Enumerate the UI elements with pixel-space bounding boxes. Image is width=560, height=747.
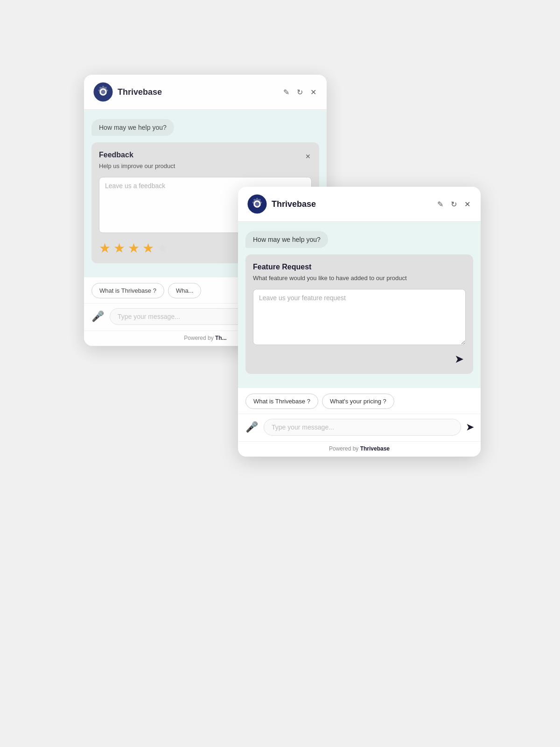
edit-button-front[interactable]: ✎ [436,199,444,210]
feature-request-widget: Thrivebase ✎ ↻ ✕ How may we help you? Fe… [238,187,481,457]
footer-front: Powered by Thrivebase [238,441,481,457]
widget-header-back: Thrivebase ✎ ↻ ✕ [84,75,327,110]
card-send-button[interactable]: ➤ [453,352,466,366]
brand-name-back: Thrivebase [118,87,278,97]
input-bar-front: 🎤 ➤ [238,414,481,441]
scene: Thrivebase ✎ ↻ ✕ How may we help you? Fe… [70,47,490,700]
brand-name-front: Thrivebase [272,199,432,209]
star-3[interactable]: ★ [128,240,140,256]
feature-request-card-subtitle: What feature would you like to have adde… [253,274,466,282]
star-2[interactable]: ★ [113,240,125,256]
header-icons-back: ✎ ↻ ✕ [282,87,317,98]
star-1[interactable]: ★ [99,240,111,256]
refresh-button-back[interactable]: ↻ [296,87,304,98]
brand-logo-front [247,194,267,214]
card-send-area: ➤ [253,352,466,366]
close-button-back[interactable]: ✕ [309,87,317,98]
close-button-front[interactable]: ✕ [463,199,471,210]
header-icons-front: ✎ ↻ ✕ [436,199,471,210]
feature-request-textarea[interactable] [253,289,466,345]
feedback-card-title: Feedback [99,151,133,159]
edit-button-back[interactable]: ✎ [282,87,290,98]
mic-button-front[interactable]: 🎤 [245,420,259,434]
quick-replies-front: What is Thrivebase ? What's your pricing… [238,388,481,414]
greeting-bubble-back: How may we help you? [91,119,174,136]
feedback-card-subtitle: Help us improve our product [99,162,312,170]
widget-header-front: Thrivebase ✎ ↻ ✕ [238,187,481,222]
star-4[interactable]: ★ [142,240,154,256]
star-5[interactable]: ★ [157,240,168,256]
brand-logo-back [93,82,113,102]
input-send-button-front[interactable]: ➤ [466,421,474,433]
quick-reply-2-back[interactable]: Wha... [168,283,202,298]
quick-reply-1-back[interactable]: What is Thrivebase ? [91,283,164,298]
refresh-button-front[interactable]: ↻ [450,199,458,210]
close-card-button-back[interactable]: ✕ [304,152,312,161]
quick-reply-2-front[interactable]: What's your pricing ? [322,394,394,409]
quick-reply-1-front[interactable]: What is Thrivebase ? [245,394,318,409]
feature-request-card-title: Feature Request [253,263,466,271]
greeting-bubble-front: How may we help you? [245,231,328,248]
messages-area-front: How may we help you? Feature Request Wha… [238,222,481,388]
message-input-front[interactable] [264,419,461,436]
feature-request-card: Feature Request What feature would you l… [245,254,473,374]
mic-button-back[interactable]: 🎤 [91,310,105,324]
